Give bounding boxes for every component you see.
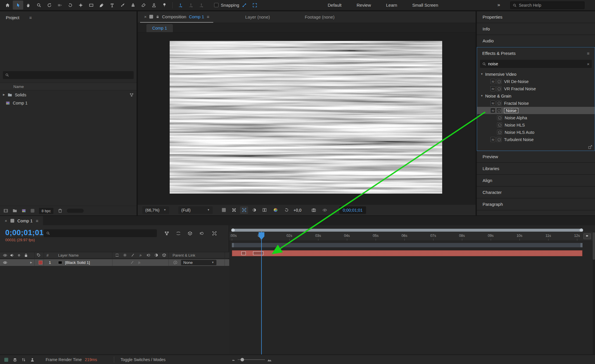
zoom-tool[interactable]: [34, 1, 44, 10]
close-icon[interactable]: ×: [144, 15, 147, 19]
effect-item-vr-de-noise[interactable]: 32 VR De-Noise: [477, 78, 595, 85]
timeline-zoom-knob[interactable]: [241, 358, 244, 361]
quality-switch-icon[interactable]: [131, 253, 135, 257]
new-preset-icon[interactable]: [588, 145, 592, 149]
info-panel-header[interactable]: Info: [477, 23, 595, 35]
region-of-interest-button[interactable]: [240, 206, 248, 214]
effect-item-noise-selected[interactable]: 32 Noise: [477, 107, 595, 114]
color-depth-button[interactable]: 8 bpc: [39, 208, 53, 214]
new-composition-icon[interactable]: [21, 208, 26, 213]
effect-item-vr-fractal-noise[interactable]: 32 VR Fractal Noise: [477, 85, 595, 92]
motion-blur-toggle[interactable]: [198, 230, 206, 237]
magnification-dropdown[interactable]: (66,7%) ▼: [142, 206, 169, 214]
chevron-down-icon[interactable]: ▼: [481, 73, 483, 75]
view-layout-button[interactable]: [260, 206, 268, 214]
clear-search-icon[interactable]: ×: [587, 62, 589, 66]
layer-expand-caret[interactable]: ▶: [30, 261, 32, 264]
effect-item-noise-hls[interactable]: Noise HLS: [477, 121, 595, 129]
graph-editor-button[interactable]: [210, 230, 218, 237]
rotation-tool[interactable]: [65, 1, 76, 10]
workspace-review[interactable]: Review: [357, 3, 371, 8]
video-column-icon[interactable]: [3, 253, 7, 257]
layer-duration-bar[interactable]: [232, 250, 583, 256]
scrollbar-thumb[interactable]: [593, 232, 595, 260]
resolution-dropdown[interactable]: (Full) ▼: [178, 206, 213, 214]
snapshot-button[interactable]: [310, 206, 318, 214]
more-workspaces-button[interactable]: »: [497, 2, 500, 8]
interpret-footage-icon[interactable]: [3, 208, 8, 213]
toggle-switches-button[interactable]: Toggle Switches / Modes: [121, 357, 166, 362]
work-area-bar[interactable]: [232, 243, 583, 247]
viewer-timecode[interactable]: 0;00;01;01: [339, 206, 366, 214]
preview-panel-header[interactable]: Preview: [477, 151, 595, 163]
layer-tab[interactable]: Layer (none): [245, 11, 270, 23]
expand-caret-icon[interactable]: ▶: [3, 93, 5, 96]
show-snapshot-button[interactable]: [321, 206, 329, 214]
render-queue-icon[interactable]: [3, 357, 9, 363]
project-search-input[interactable]: [11, 73, 131, 77]
user-icon[interactable]: [29, 357, 35, 363]
lock-column-icon[interactable]: [24, 253, 28, 257]
shy-layers-toggle[interactable]: [174, 230, 182, 237]
solo-column-icon[interactable]: [17, 253, 21, 257]
project-row-solids[interactable]: ▶ Solids: [0, 91, 137, 99]
menu-icon[interactable]: ≡: [207, 15, 209, 19]
puppet-pin-tool[interactable]: [159, 1, 170, 10]
character-panel-header[interactable]: Character: [477, 187, 595, 199]
sort-arrows-icon[interactable]: [20, 357, 27, 363]
close-icon[interactable]: ×: [5, 219, 7, 223]
time-ruler[interactable]: :00s 01s 02s 03s 04s 05s 06s 07s 08s 09s…: [229, 232, 593, 241]
layer-name[interactable]: [Black Solid 1]: [65, 260, 90, 265]
properties-panel-header[interactable]: Properties: [477, 11, 595, 23]
layer-row[interactable]: ▶ 1 [Black Solid 1] fx None ▼: [0, 259, 229, 266]
reset-exposure-button[interactable]: [282, 206, 291, 214]
hand-tool[interactable]: [23, 1, 34, 10]
delete-icon[interactable]: [58, 208, 62, 213]
pen-tool[interactable]: [96, 1, 107, 10]
label-column-icon[interactable]: [37, 253, 41, 257]
selection-tool[interactable]: [13, 1, 23, 10]
zoom-in-icon[interactable]: [266, 357, 273, 363]
timeline-search-input[interactable]: [52, 231, 154, 235]
eraser-tool[interactable]: [138, 1, 149, 10]
menu-icon[interactable]: ≡: [36, 219, 38, 223]
axis-mode-view-button[interactable]: [196, 1, 207, 10]
orbit-camera-tool[interactable]: [44, 1, 55, 10]
project-row-comp1[interactable]: Comp 1: [0, 99, 137, 107]
comp-subtab[interactable]: Comp 1: [146, 24, 173, 32]
align-panel-header[interactable]: Align: [477, 175, 595, 187]
transparency-grid-button[interactable]: [230, 206, 238, 214]
frame-blend-toggle[interactable]: [186, 230, 194, 237]
mini-flowchart-button[interactable]: [163, 230, 171, 237]
paragraph-panel-header[interactable]: Paragraph: [477, 199, 595, 210]
channel-settings-button[interactable]: [271, 206, 279, 214]
effect-item-fractal-noise[interactable]: 32 Fractal Noise: [477, 100, 595, 107]
menu-icon[interactable]: ≡: [29, 15, 32, 20]
time-navigator-bar[interactable]: [232, 229, 583, 232]
exposure-value[interactable]: +0,0: [293, 208, 302, 212]
parent-pickwhip-icon[interactable]: [173, 260, 178, 265]
type-tool[interactable]: [107, 1, 117, 10]
axis-mode-world-button[interactable]: [186, 1, 196, 10]
roto-brush-tool[interactable]: [149, 1, 159, 10]
motion-blur-switch-icon[interactable]: [146, 253, 150, 257]
snap-to-features-button[interactable]: [250, 1, 260, 10]
threed-switch-icon[interactable]: [162, 253, 166, 257]
camera-tool[interactable]: [55, 1, 65, 10]
home-button[interactable]: [2, 1, 13, 10]
parent-dropdown[interactable]: None ▼: [181, 260, 216, 265]
comp-marker-bin-button[interactable]: [583, 233, 591, 239]
footage-tab[interactable]: Footage (none): [305, 11, 335, 23]
lock-icon[interactable]: [156, 15, 159, 19]
adjustment-switch-icon[interactable]: [154, 253, 158, 257]
layers-stack-icon[interactable]: [12, 357, 18, 363]
help-search-input[interactable]: [519, 3, 582, 8]
layer-visibility-toggle[interactable]: [3, 260, 7, 265]
guides-options-button[interactable]: [220, 206, 228, 214]
brush-tool[interactable]: [117, 1, 128, 10]
shy-switch-icon[interactable]: [115, 253, 119, 257]
clone-stamp-tool[interactable]: [128, 1, 138, 10]
parent-link-column-label[interactable]: Parent & Link: [173, 253, 195, 257]
workspace-default[interactable]: Default: [328, 3, 342, 8]
zoom-out-icon[interactable]: [230, 357, 236, 363]
